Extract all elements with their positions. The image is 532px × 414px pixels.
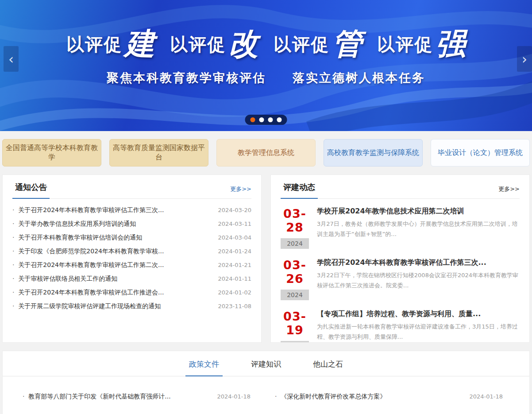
headline-prefix-text: 以评促 xyxy=(274,34,329,54)
notice-title-link[interactable]: 关于召开2024年本科教育教学审核评估工作第二次... xyxy=(12,261,164,269)
news-title-link[interactable]: 学院召开2024年本科教育教学审核评估工作第三次... xyxy=(317,258,520,267)
notice-row: 关于印发《合肥师范学院2024年本科教育教学审核...2024-01-24 xyxy=(12,244,251,258)
bottom-item-row: 教育部等八部门关于印发《新时代基础教育强师计...2024-01-18 xyxy=(23,390,251,403)
bottom-tab-他山之石[interactable]: 他山之石 xyxy=(309,359,347,376)
notice-title-link[interactable]: 关于召开本科教育教学审核评估培训会的通知 xyxy=(12,234,142,242)
headline-big-character: 强 xyxy=(436,26,466,61)
notice-row: 关于举办教学信息技术应用系列培训的通知2024-03-11 xyxy=(12,217,251,231)
quick-link-card[interactable]: 高校教育教学监测与保障系统 xyxy=(324,139,423,166)
news-year-badge: 2024 xyxy=(281,238,309,249)
banner-carousel: 以评促建以评促改以评促管以评促强 聚焦本科教育教学审核评估 落实立德树人根本任务… xyxy=(0,0,532,131)
news-date-block: 03-282024 xyxy=(281,207,309,249)
quick-links-row: 全国普通高等学校本科教育教学高等教育质量监测国家数据平台教学管理信息系统高校教育… xyxy=(0,131,532,170)
news-summary: 为扎实推进新一轮本科教育教学审核评估迎评建设准备工作，3月15日，培养过程、教学… xyxy=(317,322,520,342)
notice-date: 2024-03-04 xyxy=(218,234,251,241)
quick-link-card[interactable]: 高等教育质量监测国家数据平台 xyxy=(109,139,208,166)
quick-link-card[interactable]: 全国普通高等学校本科教育教学 xyxy=(2,139,101,166)
bottom-column: 《深化新时代教育评价改革总体方案》2024-01-18 xyxy=(275,390,503,403)
news-item: 03-262024学院召开2024年本科教育教学审核评估工作第三次...3月22… xyxy=(281,258,520,300)
notice-panel-title: 通知公告 xyxy=(12,182,50,199)
carousel-dots xyxy=(245,115,287,125)
carousel-prev-button[interactable]: ‹ xyxy=(4,46,19,72)
headline-big-character: 建 xyxy=(125,26,155,61)
notice-date: 2024-03-20 xyxy=(218,207,251,213)
news-title-link[interactable]: 【专项工作组】培养过程、教学资源与利用、质量... xyxy=(317,310,520,319)
notice-title-link[interactable]: 关于印发《合肥师范学院2024年本科教育教学审核... xyxy=(12,248,164,255)
carousel-dot[interactable] xyxy=(259,117,264,122)
news-body: 学校开展2024年教学信息技术应用第二次培训3月27日，教务处（教师教学发展中心… xyxy=(317,207,520,249)
notice-title-link[interactable]: 关于举办教学信息技术应用系列培训的通知 xyxy=(12,220,136,228)
notice-date: 2024-01-24 xyxy=(218,248,251,255)
carousel-next-button[interactable]: › xyxy=(517,46,532,72)
quick-link-card[interactable]: 教学管理信息系统 xyxy=(216,139,316,166)
news-more-link[interactable]: 更多>> xyxy=(498,185,520,198)
notice-row: 关于开展二级学院审核评估评建工作现场检查的通知2023-11-08 xyxy=(12,299,251,313)
headline-big-character: 管 xyxy=(332,26,362,61)
banner-subtitle: 聚焦本科教育教学审核评估 落实立德树人根本任务 xyxy=(0,70,532,86)
notice-row: 关于审核评估联络员相关工作的通知2024-01-11 xyxy=(12,272,251,286)
carousel-dot[interactable] xyxy=(268,117,273,122)
notice-row: 关于召开2024年本科教育教学审核评估工作推进会...2024-01-02 xyxy=(12,286,251,299)
headline-prefix-text: 以评促 xyxy=(170,34,226,54)
notice-title-link[interactable]: 关于审核评估联络员相关工作的通知 xyxy=(12,275,117,283)
bottom-item-link[interactable]: 教育部等八部门关于印发《新时代基础教育强师计... xyxy=(23,393,171,401)
bottom-item-row: 《深化新时代教育评价改革总体方案》2024-01-18 xyxy=(275,390,503,403)
headline-prefix-text: 以评促 xyxy=(377,34,433,54)
news-year-badge: 2024 xyxy=(281,341,309,343)
bottom-tabs: 政策文件评建知识他山之石 xyxy=(3,359,529,376)
news-month-day: 03-19 xyxy=(281,310,309,337)
bottom-columns: 教育部等八部门关于印发《新时代基础教育强师计...2024-01-18《深化新时… xyxy=(3,376,529,403)
carousel-dot[interactable] xyxy=(277,117,282,122)
news-summary: 3月22日下午，学院在锦绣校区行知楼2008会议室召开2024年本科教育教学审核… xyxy=(317,271,520,291)
news-title-link[interactable]: 学校开展2024年教学信息技术应用第二次培训 xyxy=(317,207,520,216)
banner-wave-decoration xyxy=(0,0,532,131)
notice-row: 关于召开本科教育教学审核评估培训会的通知2024-03-04 xyxy=(12,231,251,244)
main-content: 通知公告 更多>> 关于召开2024年本科教育教学审核评估工作第三次...202… xyxy=(0,170,532,343)
notice-date: 2024-01-02 xyxy=(218,289,251,296)
notice-more-link[interactable]: 更多>> xyxy=(230,185,251,198)
news-list: 03-282024学校开展2024年教学信息技术应用第二次培训3月27日，教务处… xyxy=(281,199,520,343)
headline-prefix-text: 以评促 xyxy=(66,34,122,54)
notice-row: 关于召开2024年本科教育教学审核评估工作第三次...2024-03-20 xyxy=(12,203,251,217)
notice-row: 关于召开2024年本科教育教学审核评估工作第二次...2024-01-21 xyxy=(12,258,251,272)
news-month-day: 03-28 xyxy=(281,207,309,234)
news-date-block: 03-192024 xyxy=(281,310,309,343)
bottom-item-link[interactable]: 《深化新时代教育评价改革总体方案》 xyxy=(275,393,386,401)
news-date-block: 03-262024 xyxy=(281,258,309,300)
notice-title-link[interactable]: 关于开展二级学院审核评估评建工作现场检查的通知 xyxy=(12,302,161,310)
quick-link-card[interactable]: 毕业设计（论文）管理系统 xyxy=(431,139,530,166)
notice-title-link[interactable]: 关于召开2024年本科教育教学审核评估工作第三次... xyxy=(12,206,164,214)
notice-panel-header: 通知公告 更多>> xyxy=(12,175,251,199)
news-panel-title: 评建动态 xyxy=(281,182,318,199)
headline-big-character: 改 xyxy=(228,26,258,61)
notice-panel: 通知公告 更多>> 关于召开2024年本科教育教学审核评估工作第三次...202… xyxy=(2,174,262,343)
bottom-tab-政策文件[interactable]: 政策文件 xyxy=(185,359,223,376)
news-body: 【专项工作组】培养过程、教学资源与利用、质量...为扎实推进新一轮本科教育教学审… xyxy=(317,310,520,343)
notice-date: 2024-01-11 xyxy=(218,275,251,282)
notice-date: 2024-03-11 xyxy=(218,221,251,227)
notice-date: 2023-11-08 xyxy=(218,303,251,310)
news-item: 03-192024【专项工作组】培养过程、教学资源与利用、质量...为扎实推进新… xyxy=(281,310,520,343)
news-year-badge: 2024 xyxy=(281,290,309,300)
bottom-item-date: 2024-01-18 xyxy=(217,393,251,400)
news-summary: 3月27日，教务处（教师教学发展中心）开展教学信息技术应用第二次培训，培训主题为… xyxy=(317,219,520,240)
bottom-column: 教育部等八部门关于印发《新时代基础教育强师计...2024-01-18 xyxy=(23,390,251,403)
bottom-tab-评建知识[interactable]: 评建知识 xyxy=(247,359,285,376)
news-panel: 评建动态 更多>> 03-282024学校开展2024年教学信息技术应用第二次培… xyxy=(270,174,530,343)
notice-date: 2024-01-21 xyxy=(218,262,251,268)
news-month-day: 03-26 xyxy=(281,258,309,286)
notice-title-link[interactable]: 关于召开2024年本科教育教学审核评估工作推进会... xyxy=(12,289,164,297)
news-body: 学院召开2024年本科教育教学审核评估工作第三次...3月22日下午，学院在锦绣… xyxy=(317,258,520,300)
notice-list: 关于召开2024年本科教育教学审核评估工作第三次...2024-03-20关于举… xyxy=(12,199,251,317)
banner-headline: 以评促建以评促改以评促管以评促强 xyxy=(0,24,532,64)
bottom-section: 政策文件评建知识他山之石 教育部等八部门关于印发《新时代基础教育强师计...20… xyxy=(2,351,530,414)
carousel-dot[interactable] xyxy=(251,117,255,122)
bottom-item-date: 2024-01-18 xyxy=(469,393,503,400)
news-item: 03-282024学校开展2024年教学信息技术应用第二次培训3月27日，教务处… xyxy=(281,207,520,249)
news-panel-header: 评建动态 更多>> xyxy=(281,175,520,199)
